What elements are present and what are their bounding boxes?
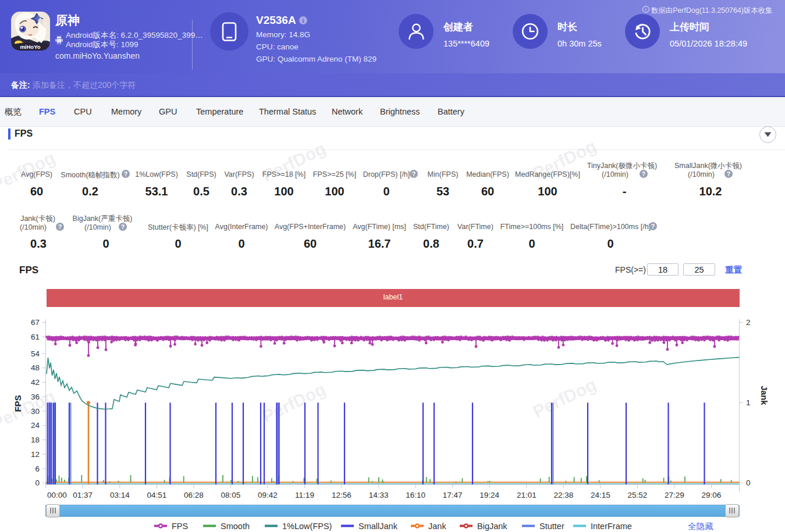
svg-text:Jank: Jank bbox=[428, 522, 446, 531]
svg-text:Jank: Jank bbox=[759, 385, 769, 405]
svg-text:24:15: 24:15 bbox=[591, 491, 610, 499]
svg-text:19:24: 19:24 bbox=[479, 491, 499, 499]
svg-text:48: 48 bbox=[31, 363, 40, 372]
svg-text:1%Low(FPS): 1%Low(FPS) bbox=[282, 522, 332, 531]
svg-text:24: 24 bbox=[31, 421, 40, 430]
svg-text:FPS: FPS bbox=[172, 522, 188, 531]
svg-text:11:19: 11:19 bbox=[295, 491, 314, 499]
svg-text:09:42: 09:42 bbox=[258, 491, 278, 499]
svg-text:30: 30 bbox=[31, 407, 40, 416]
svg-text:08:05: 08:05 bbox=[221, 491, 241, 499]
svg-text:16:10: 16:10 bbox=[406, 491, 425, 499]
svg-text:04:51: 04:51 bbox=[147, 491, 166, 499]
svg-text:29:06: 29:06 bbox=[702, 491, 722, 499]
svg-text:FPS: FPS bbox=[13, 395, 23, 412]
svg-text:0: 0 bbox=[35, 479, 40, 487]
svg-text:54: 54 bbox=[31, 349, 40, 358]
svg-text:14:33: 14:33 bbox=[369, 491, 389, 499]
svg-text:BigJank: BigJank bbox=[477, 522, 507, 531]
svg-text:SmallJank: SmallJank bbox=[358, 522, 398, 531]
svg-text:12: 12 bbox=[31, 450, 40, 459]
svg-text:27:29: 27:29 bbox=[665, 491, 684, 499]
svg-text:03:14: 03:14 bbox=[110, 491, 130, 499]
svg-text:0: 0 bbox=[746, 479, 751, 487]
svg-text:17:47: 17:47 bbox=[443, 491, 463, 499]
svg-text:06:28: 06:28 bbox=[184, 491, 204, 499]
svg-text:21:01: 21:01 bbox=[517, 491, 537, 499]
svg-text:61: 61 bbox=[31, 333, 40, 341]
svg-text:1: 1 bbox=[746, 398, 751, 407]
svg-text:InterFrame: InterFrame bbox=[591, 522, 632, 531]
svg-text:Stutter: Stutter bbox=[539, 522, 564, 531]
svg-text:00:00: 00:00 bbox=[47, 491, 67, 499]
svg-text:18: 18 bbox=[31, 435, 40, 444]
svg-text:6: 6 bbox=[35, 465, 40, 473]
svg-text:全隐藏: 全隐藏 bbox=[688, 522, 713, 531]
svg-text:2: 2 bbox=[746, 318, 751, 327]
svg-text:36: 36 bbox=[31, 392, 40, 401]
svg-text:25:52: 25:52 bbox=[628, 491, 648, 499]
svg-text:Smooth: Smooth bbox=[221, 522, 250, 531]
svg-text:42: 42 bbox=[31, 378, 40, 387]
svg-text:22:38: 22:38 bbox=[553, 491, 573, 499]
svg-text:01:37: 01:37 bbox=[73, 491, 93, 499]
svg-text:12:56: 12:56 bbox=[332, 491, 351, 499]
svg-text:67: 67 bbox=[31, 318, 40, 327]
